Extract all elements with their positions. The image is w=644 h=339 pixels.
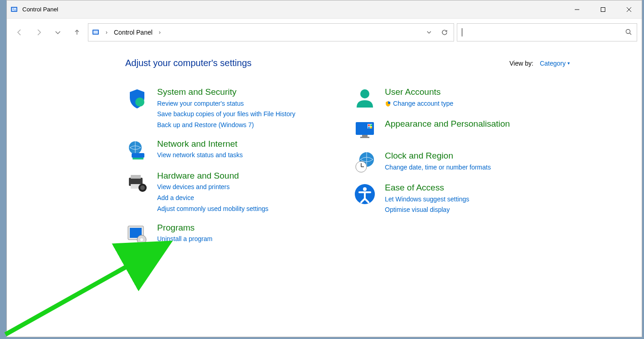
svg-rect-17 bbox=[131, 175, 141, 179]
svg-rect-30 bbox=[368, 127, 370, 128]
categories-column-right: User Accounts Change account type bbox=[353, 87, 535, 246]
svg-point-24 bbox=[140, 238, 143, 241]
svg-point-10 bbox=[626, 29, 630, 33]
text-cursor bbox=[462, 28, 462, 36]
link-network-status[interactable]: View network status and tasks bbox=[157, 150, 243, 160]
maximize-button[interactable] bbox=[590, 0, 616, 19]
svg-point-20 bbox=[140, 185, 145, 190]
category-title[interactable]: Ease of Access bbox=[385, 182, 469, 194]
search-input[interactable] bbox=[466, 29, 621, 36]
link-change-account-type[interactable]: Change account type bbox=[385, 99, 453, 109]
svg-rect-14 bbox=[132, 153, 144, 158]
view-by-selector: View by: Category ▾ bbox=[510, 60, 570, 67]
content-area: Adjust your computer's settings View by:… bbox=[7, 46, 642, 337]
svg-rect-32 bbox=[362, 135, 368, 137]
svg-rect-5 bbox=[601, 7, 605, 11]
addressbar: › Control Panel › bbox=[7, 19, 642, 46]
svg-point-2 bbox=[13, 9, 14, 10]
search-icon bbox=[625, 28, 632, 37]
link-mobility-settings[interactable]: Adjust commonly used mobility settings bbox=[157, 204, 268, 214]
view-by-label: View by: bbox=[510, 60, 534, 67]
user-accounts-icon bbox=[353, 87, 377, 110]
control-panel-icon bbox=[92, 29, 99, 36]
link-uninstall-program[interactable]: Uninstall a program bbox=[157, 234, 212, 244]
category-title[interactable]: User Accounts bbox=[385, 87, 453, 98]
appearance-monitor-icon bbox=[353, 118, 377, 142]
category-hardware-sound: Hardware and Sound View devices and prin… bbox=[125, 170, 307, 214]
svg-rect-9 bbox=[93, 31, 98, 34]
control-panel-window: Control Panel › Control Pane bbox=[6, 0, 642, 337]
svg-point-39 bbox=[363, 187, 367, 191]
svg-rect-1 bbox=[12, 8, 16, 11]
category-network-internet: Network and Internet View network status… bbox=[125, 139, 307, 162]
category-ease-of-access: Ease of Access Let Windows suggest setti… bbox=[353, 182, 535, 215]
link-backup-restore[interactable]: Back up and Restore (Windows 7) bbox=[157, 120, 295, 130]
chevron-down-icon: ▾ bbox=[567, 61, 570, 66]
uac-shield-icon bbox=[385, 101, 391, 107]
link-optimise-display[interactable]: Optimise visual display bbox=[385, 205, 469, 215]
svg-rect-29 bbox=[370, 124, 372, 126]
accessibility-icon bbox=[353, 182, 377, 206]
link-add-device[interactable]: Add a device bbox=[157, 193, 268, 203]
svg-rect-31 bbox=[370, 127, 372, 128]
category-user-accounts: User Accounts Change account type bbox=[353, 87, 535, 110]
printer-camera-icon bbox=[125, 170, 149, 194]
category-title[interactable]: Appearance and Personalisation bbox=[385, 118, 510, 130]
titlebar: Control Panel bbox=[7, 0, 642, 19]
chevron-right-icon: › bbox=[104, 29, 109, 36]
category-title[interactable]: Programs bbox=[157, 222, 212, 234]
settings-header: Adjust your computer's settings View by:… bbox=[125, 58, 624, 68]
page-title: Adjust your computer's settings bbox=[125, 58, 251, 68]
category-programs: Programs Uninstall a program bbox=[125, 222, 307, 246]
view-by-dropdown[interactable]: Category ▾ bbox=[540, 60, 570, 67]
window-title: Control Panel bbox=[22, 6, 58, 13]
categories-column-left: System and Security Review your computer… bbox=[125, 87, 307, 246]
svg-point-25 bbox=[360, 89, 369, 98]
chevron-right-icon: › bbox=[157, 29, 163, 36]
view-by-value: Category bbox=[540, 60, 566, 67]
svg-rect-28 bbox=[368, 124, 370, 126]
up-button[interactable] bbox=[69, 24, 85, 41]
refresh-button[interactable] bbox=[439, 29, 450, 36]
svg-line-11 bbox=[630, 33, 632, 35]
minimize-button[interactable] bbox=[564, 0, 590, 19]
category-system-security: System and Security Review your computer… bbox=[125, 87, 307, 130]
svg-point-12 bbox=[135, 98, 144, 107]
recent-locations-button[interactable] bbox=[50, 24, 66, 41]
svg-rect-15 bbox=[133, 158, 143, 159]
link-text: Change account type bbox=[393, 99, 453, 109]
control-panel-icon bbox=[10, 6, 18, 13]
clock-globe-icon bbox=[353, 150, 377, 174]
security-shield-icon bbox=[125, 87, 149, 110]
network-globe-icon bbox=[125, 139, 149, 162]
close-button[interactable] bbox=[616, 0, 642, 19]
link-file-history[interactable]: Save backup copies of your files with Fi… bbox=[157, 109, 295, 119]
category-title[interactable]: Network and Internet bbox=[157, 139, 243, 150]
programs-disc-icon bbox=[125, 222, 149, 246]
back-button[interactable] bbox=[11, 24, 28, 41]
category-appearance: Appearance and Personalisation bbox=[353, 118, 535, 142]
link-change-formats[interactable]: Change date, time or number formats bbox=[385, 163, 491, 173]
breadcrumb-bar[interactable]: › Control Panel › bbox=[88, 23, 454, 41]
link-review-status[interactable]: Review your computer's status bbox=[157, 99, 295, 109]
svg-rect-33 bbox=[360, 137, 369, 138]
link-devices-printers[interactable]: View devices and printers bbox=[157, 182, 268, 192]
search-box[interactable] bbox=[457, 23, 637, 41]
category-title[interactable]: Hardware and Sound bbox=[157, 170, 268, 182]
breadcrumb-root[interactable]: Control Panel bbox=[114, 29, 153, 36]
category-title[interactable]: System and Security bbox=[157, 87, 295, 98]
forward-button[interactable] bbox=[31, 24, 47, 41]
categories-grid: System and Security Review your computer… bbox=[125, 87, 624, 246]
category-clock-region: Clock and Region Change date, time or nu… bbox=[353, 150, 535, 174]
svg-point-3 bbox=[15, 10, 15, 10]
path-dropdown-button[interactable] bbox=[424, 30, 434, 35]
category-title[interactable]: Clock and Region bbox=[385, 150, 491, 162]
link-suggest-settings[interactable]: Let Windows suggest settings bbox=[385, 195, 469, 205]
